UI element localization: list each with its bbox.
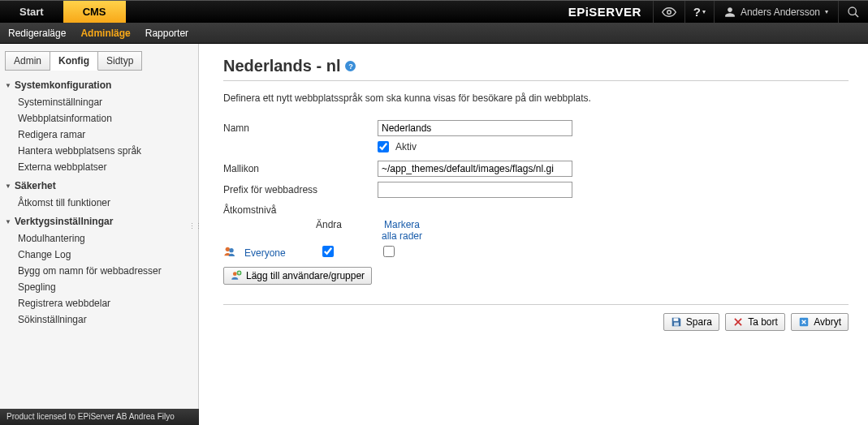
- sidebar-item-sok[interactable]: Sökinställningar: [0, 311, 198, 328]
- sidebar-group-verktyg[interactable]: Verktygsinställningar: [0, 211, 198, 230]
- eye-icon[interactable]: [653, 1, 684, 23]
- search-icon[interactable]: [838, 1, 868, 23]
- sidebar-item-webbplatsinfo[interactable]: Webbplatsinformation: [0, 110, 198, 127]
- secbar-admin[interactable]: Adminläge: [80, 28, 130, 39]
- sidebar-item-atkomst[interactable]: Åtkomst till funktioner: [0, 195, 198, 211]
- action-bar: Spara Ta bort Avbryt: [223, 304, 849, 331]
- prefix-label: Prefix för webbadress: [223, 184, 378, 195]
- top-tab-cms[interactable]: CMS: [63, 1, 126, 23]
- sidebar-group-sakerhet[interactable]: Säkerhet: [0, 175, 198, 195]
- svg-line-2: [855, 14, 858, 17]
- secondary-bar: Redigeraläge Adminläge Rapporter: [0, 23, 868, 44]
- add-user-icon: [231, 270, 242, 281]
- active-label: Aktiv: [395, 141, 417, 152]
- sidebar-item-modul[interactable]: Modulhantering: [0, 230, 198, 247]
- cancel-icon: [798, 316, 810, 328]
- cancel-label: Avbryt: [814, 316, 841, 328]
- page-description: Definera ett nytt webbplatsspråk som ska…: [223, 92, 849, 104]
- save-button[interactable]: Spara: [663, 313, 719, 331]
- name-input[interactable]: [378, 120, 572, 136]
- main-content: Nederlands - nl ? Definera ett nytt webb…: [199, 44, 868, 409]
- user-menu[interactable]: Anders Andersson ▾: [714, 1, 838, 23]
- add-users-label: Lägg till användare/grupper: [246, 270, 365, 281]
- splitter-handle[interactable]: ⋮⋮: [188, 222, 201, 230]
- top-tab-start[interactable]: Start: [0, 1, 63, 23]
- delete-label: Ta bort: [748, 316, 778, 328]
- sidebar-item-byggom[interactable]: Bygg om namn för webbadresser: [0, 263, 198, 279]
- sidebar-group-systemkonfig[interactable]: Systemkonfiguration: [0, 75, 198, 94]
- sidebar-item-externa[interactable]: Externa webbplatser: [0, 159, 198, 175]
- active-checkbox[interactable]: [378, 141, 389, 152]
- access-row: Everyone: [223, 245, 849, 260]
- sidebar-item-registrera[interactable]: Registrera webbdelar: [0, 295, 198, 311]
- secbar-edit[interactable]: Redigeraläge: [8, 28, 66, 39]
- sidebar-item-systeminstallningar[interactable]: Systeminställningar: [0, 94, 198, 110]
- help-icon[interactable]: ?▾: [684, 1, 714, 23]
- brand-logo: EPiSERVER: [557, 1, 653, 23]
- top-bar: Start CMS EPiSERVER ?▾ Anders Andersson …: [0, 0, 868, 23]
- access-col-markall[interactable]: Markera alla rader: [378, 219, 426, 242]
- svg-rect-8: [674, 323, 679, 326]
- prefix-input[interactable]: [378, 182, 572, 198]
- divider: [223, 80, 849, 81]
- sidebar-item-redigera-ramar[interactable]: Redigera ramar: [0, 127, 198, 143]
- access-header: Ändra Markera alla rader: [304, 219, 849, 242]
- svg-point-4: [229, 248, 233, 252]
- top-tabs: Start CMS: [0, 1, 126, 23]
- save-label: Spara: [686, 316, 712, 328]
- svg-point-3: [226, 247, 230, 251]
- svg-point-5: [233, 272, 237, 276]
- name-label: Namn: [223, 122, 378, 134]
- cancel-button[interactable]: Avbryt: [791, 313, 849, 331]
- sidebar-item-spegling[interactable]: Spegling: [0, 279, 198, 295]
- sidebar-item-changelog[interactable]: Change Log: [0, 247, 198, 263]
- access-row-mark-checkbox[interactable]: [383, 246, 395, 257]
- delete-button[interactable]: Ta bort: [725, 313, 785, 331]
- delete-icon: [732, 316, 744, 328]
- icon-label: Mallikon: [223, 163, 378, 174]
- users-icon: [223, 245, 236, 260]
- icon-input[interactable]: [378, 161, 572, 177]
- sidebar-tab-admin[interactable]: Admin: [5, 51, 50, 71]
- svg-point-1: [849, 7, 856, 15]
- sidebar-item-hantera-sprak[interactable]: Hantera webbplatsens språk: [0, 143, 198, 159]
- access-label: Åtkomstnivå: [223, 204, 849, 216]
- svg-point-0: [667, 10, 672, 14]
- page-title-text: Nederlands - nl: [223, 57, 340, 75]
- sidebar-tab-konfig[interactable]: Konfig: [50, 51, 98, 71]
- svg-rect-7: [673, 318, 678, 321]
- access-row-name[interactable]: Everyone: [244, 247, 301, 259]
- sidebar-tabs: Admin Konfig Sidtyp: [0, 50, 198, 70]
- access-col-change: Ändra: [304, 219, 353, 242]
- sidebar: Admin Konfig Sidtyp Systemkonfiguration …: [0, 44, 199, 409]
- secbar-reports[interactable]: Rapporter: [145, 28, 188, 39]
- help-badge-icon[interactable]: ?: [345, 61, 356, 71]
- user-name: Anders Andersson: [741, 6, 820, 18]
- page-title: Nederlands - nl ?: [223, 57, 849, 75]
- footer-license: Product licensed to EPiServer AB Andrea …: [0, 409, 199, 425]
- access-row-change-checkbox[interactable]: [322, 246, 334, 257]
- sidebar-tab-sidtyp[interactable]: Sidtyp: [98, 51, 142, 71]
- save-icon: [671, 316, 682, 328]
- add-users-button[interactable]: Lägg till användare/grupper: [223, 267, 372, 285]
